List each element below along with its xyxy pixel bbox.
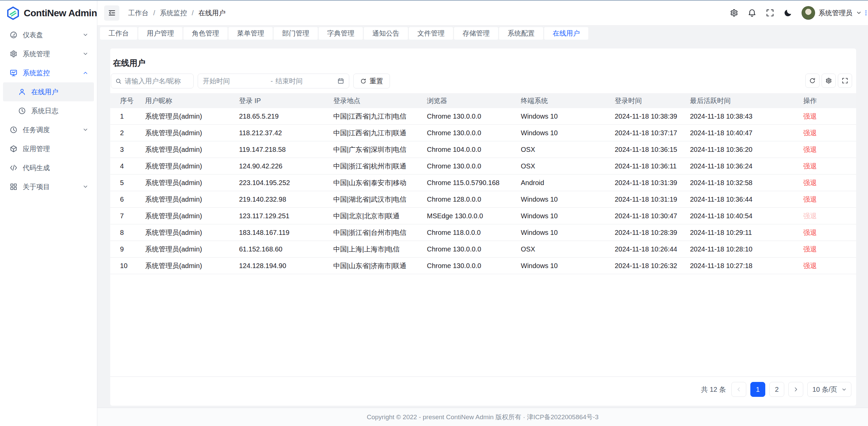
tab-role-management[interactable]: 角色管理 xyxy=(183,27,228,40)
force-logout-link[interactable]: 强退 xyxy=(803,162,817,170)
cell-ip: 124.128.194.90 xyxy=(239,262,333,270)
cell-location: 中国|江西省|九江市|电信 xyxy=(333,112,427,121)
cell-browser: Chrome 118.0.0.0 xyxy=(427,229,521,237)
app-title: ContiNew Admin xyxy=(24,8,97,19)
avatar[interactable] xyxy=(802,6,815,20)
tab-notice[interactable]: 通知公告 xyxy=(364,27,408,40)
pagination-prev-button[interactable] xyxy=(731,382,746,397)
cell-os: Windows 10 xyxy=(521,262,615,270)
refresh-table-button[interactable] xyxy=(805,74,820,88)
table-row: 8系统管理员(admin)183.148.167.119中国|浙江省|台州市|电… xyxy=(110,224,856,241)
tab-workbench[interactable]: 工作台 xyxy=(100,27,137,40)
cell-ip: 119.147.218.58 xyxy=(239,146,333,154)
cell-nickname: 系统管理员(admin) xyxy=(145,128,239,138)
sidebar-item-label: 在线用户 xyxy=(31,87,88,97)
tab-system-config[interactable]: 系统配置 xyxy=(499,27,543,40)
sidebar-item-code-generation[interactable]: 代码生成 xyxy=(3,158,94,177)
sidebar-item-label: 系统日志 xyxy=(31,106,88,116)
page-size-select[interactable]: 10 条/页 xyxy=(807,382,851,397)
overflow-menu-icon[interactable] xyxy=(863,9,868,17)
cell-action: 强退 xyxy=(803,128,856,138)
tab-menu-management[interactable]: 菜单管理 xyxy=(229,27,273,40)
cell-index: 3 xyxy=(110,146,145,154)
pagination-next-button[interactable] xyxy=(788,382,803,397)
cell-last_active: 2024-11-18 10:38:43 xyxy=(690,113,803,120)
pagination-total: 共 12 条 xyxy=(701,385,726,394)
column-header: 用户昵称 xyxy=(145,96,239,105)
search-input[interactable]: 请输入用户名/昵称 xyxy=(111,74,194,88)
cell-location: 中国|江西省|九江市|联通 xyxy=(333,128,427,138)
breadcrumb-separator: / xyxy=(153,9,155,17)
force-logout-link[interactable]: 强退 xyxy=(803,229,817,236)
sidebar-item-label: 应用管理 xyxy=(23,144,88,154)
cell-action: 强退 xyxy=(803,211,856,221)
cell-os: Android xyxy=(521,179,615,187)
force-logout-link[interactable]: 强退 xyxy=(803,179,817,186)
sidebar-item-system-monitor[interactable]: 系统监控 xyxy=(3,63,94,82)
sidebar-item-system-management[interactable]: 系统管理 xyxy=(3,44,94,63)
pagination-page-2[interactable]: 2 xyxy=(769,382,784,397)
page-size-label: 10 条/页 xyxy=(812,385,837,394)
cell-index: 5 xyxy=(110,179,145,187)
cube-icon xyxy=(9,145,18,153)
content-area: 在线用户 请输入用户名/昵称 开始时间 - 结束时间 重置 xyxy=(97,41,868,408)
force-logout-link[interactable]: 强退 xyxy=(803,129,817,137)
cell-login_time: 2024-11-18 10:36:15 xyxy=(615,146,690,154)
app-logo: ContiNew Admin xyxy=(0,1,97,25)
force-logout-link[interactable]: 强退 xyxy=(803,113,817,120)
cell-browser: Chrome 130.0.0.0 xyxy=(427,262,521,270)
sidebar-item-dashboard[interactable]: 仪表盘 xyxy=(3,25,94,44)
cell-action: 强退 xyxy=(803,261,856,270)
cell-login_time: 2024-11-18 10:31:19 xyxy=(615,196,690,203)
cell-index: 2 xyxy=(110,129,145,137)
page-title: 在线用户 xyxy=(113,58,853,68)
tab-file-management[interactable]: 文件管理 xyxy=(409,27,453,40)
sidebar-item-online-user[interactable]: 在线用户 xyxy=(3,82,94,101)
sidebar-item-about-project[interactable]: 关于项目 xyxy=(3,177,94,196)
chevron-left-icon xyxy=(736,386,742,392)
cell-nickname: 系统管理员(admin) xyxy=(145,261,239,270)
cell-ip: 124.90.42.226 xyxy=(239,162,333,170)
force-logout-link[interactable]: 强退 xyxy=(803,262,817,269)
chevron-down-icon xyxy=(82,32,88,38)
tab-storage-management[interactable]: 存储管理 xyxy=(454,27,498,40)
table-fullscreen-button[interactable] xyxy=(838,74,852,88)
sidebar-item-label: 系统监控 xyxy=(23,68,82,78)
cell-browser: Chrome 130.0.0.0 xyxy=(427,162,521,170)
settings-icon[interactable] xyxy=(730,8,738,17)
dark-mode-icon[interactable] xyxy=(784,8,792,17)
sidebar-item-system-log[interactable]: 系统日志 xyxy=(3,101,94,120)
sidebar-item-label: 代码生成 xyxy=(23,163,88,173)
fullscreen-icon[interactable] xyxy=(766,8,774,17)
sidebar-collapse-button[interactable] xyxy=(104,5,119,21)
cell-action: 强退 xyxy=(803,228,856,237)
cell-location: 中国|山东省|济南市|联通 xyxy=(333,261,427,270)
user-menu[interactable]: 系统管理员 xyxy=(802,6,862,20)
column-header: 最后活跃时间 xyxy=(690,96,803,105)
force-logout-link[interactable]: 强退 xyxy=(803,245,817,253)
column-settings-button[interactable] xyxy=(822,74,836,88)
tab-user-management[interactable]: 用户管理 xyxy=(138,27,182,40)
copyright-text: Copyright © 2022 - present ContiNew Admi… xyxy=(367,413,599,422)
column-header: 序号 xyxy=(110,96,145,105)
pagination-page-1[interactable]: 1 xyxy=(750,382,765,397)
tab-dept-management[interactable]: 部门管理 xyxy=(274,27,318,40)
cell-location: 中国|山东省|泰安市|移动 xyxy=(333,178,427,187)
force-logout-link[interactable]: 强退 xyxy=(803,146,817,153)
chevron-down-icon xyxy=(841,387,847,392)
cell-nickname: 系统管理员(admin) xyxy=(145,195,239,204)
force-logout-link[interactable]: 强退 xyxy=(803,196,817,203)
start-time-placeholder: 开始时间 xyxy=(203,77,268,86)
cell-index: 1 xyxy=(110,113,145,120)
notifications-icon[interactable] xyxy=(748,8,756,17)
date-range-picker[interactable]: 开始时间 - 结束时间 xyxy=(198,74,349,88)
breadcrumb-item[interactable]: 工作台 xyxy=(128,8,149,18)
breadcrumb-item[interactable]: 系统监控 xyxy=(160,8,187,18)
tab-dict-management[interactable]: 字典管理 xyxy=(319,27,363,40)
tab-online-user[interactable]: 在线用户 xyxy=(544,27,588,40)
reset-button[interactable]: 重置 xyxy=(353,74,390,88)
cell-last_active: 2024-11-18 10:36:44 xyxy=(690,196,803,203)
cell-login_time: 2024-11-18 10:30:47 xyxy=(615,212,690,220)
sidebar-item-task-schedule[interactable]: 任务调度 xyxy=(3,120,94,139)
sidebar-item-app-management[interactable]: 应用管理 xyxy=(3,139,94,158)
